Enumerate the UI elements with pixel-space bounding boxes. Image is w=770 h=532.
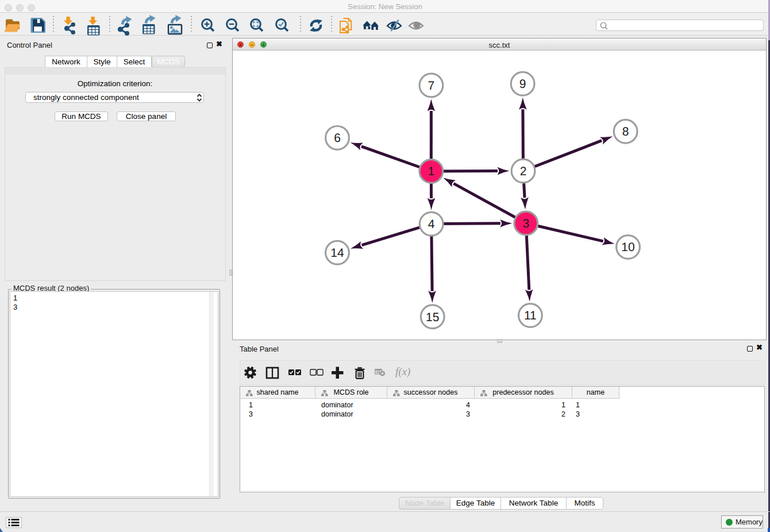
svg-text:15: 15 [426,311,439,324]
svg-text:1: 1 [428,165,434,178]
svg-text:2: 2 [520,165,527,178]
svg-text:4: 4 [428,218,435,231]
svg-text:6: 6 [334,132,341,145]
svg-text:11: 11 [524,309,537,322]
svg-text:8: 8 [622,125,629,138]
svg-text:14: 14 [330,246,344,260]
svg-text:3: 3 [522,217,529,230]
svg-text:10: 10 [621,241,634,254]
svg-text:7: 7 [428,79,435,92]
svg-text:9: 9 [519,78,526,91]
